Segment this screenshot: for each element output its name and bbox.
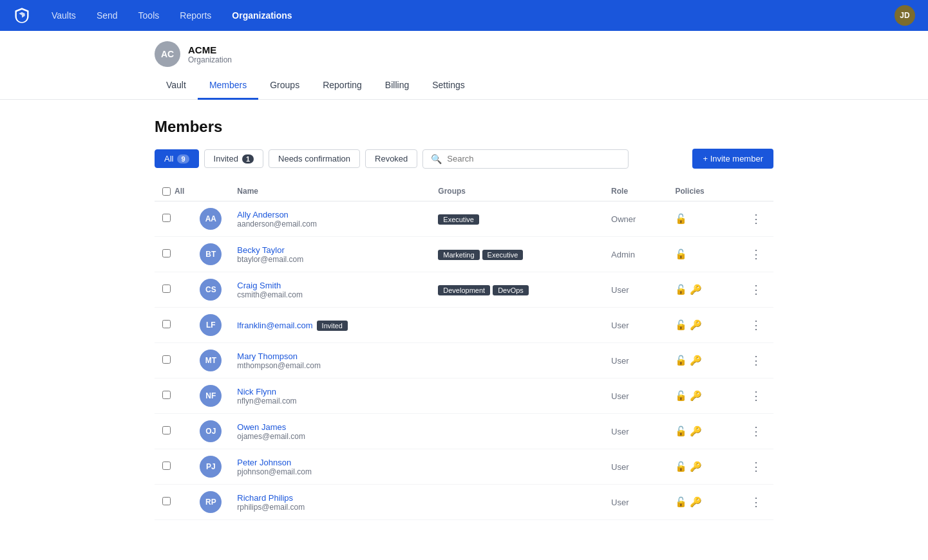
filter-needs-confirmation[interactable]: Needs confirmation: [269, 149, 360, 168]
tab-reporting[interactable]: Reporting: [311, 75, 374, 100]
table-row: RPRichard Philipsrphilips@email.comUser🔓…: [155, 485, 773, 520]
lock-icon: 🔓: [675, 355, 687, 366]
member-name[interactable]: Becky Taylor: [237, 245, 284, 255]
group-tag: DevOps: [493, 285, 529, 295]
filter-revoked-label: Revoked: [375, 154, 408, 163]
member-avatar: BT: [200, 243, 222, 265]
member-checkbox-4[interactable]: [162, 355, 171, 364]
tab-vault[interactable]: Vault: [155, 75, 198, 100]
member-checkbox-2[interactable]: [162, 285, 171, 293]
member-name[interactable]: lfranklin@email.com: [237, 321, 312, 330]
member-checkbox-3[interactable]: [162, 320, 171, 328]
filter-revoked[interactable]: Revoked: [365, 149, 417, 168]
key-icon: 🔑: [690, 284, 702, 295]
key-icon: 🔑: [690, 390, 702, 402]
member-more-button[interactable]: ⋮: [746, 246, 766, 263]
bitwarden-logo-icon: [13, 6, 31, 24]
member-more-button[interactable]: ⋮: [746, 281, 766, 298]
member-name[interactable]: Owen James: [237, 422, 286, 432]
group-tag: Development: [438, 285, 490, 295]
member-role: User: [611, 462, 629, 472]
member-avatar: LF: [200, 314, 222, 336]
filter-invited-badge: 1: [242, 154, 254, 163]
member-email: pjohnson@email.com: [237, 467, 422, 476]
key-icon: 🔑: [690, 319, 702, 331]
table-row: LFlfranklin@email.comInvitedUser🔓🔑⋮: [155, 308, 773, 343]
user-avatar[interactable]: JD: [895, 5, 915, 26]
group-tag: Executive: [438, 214, 479, 225]
lock-icon: 🔓: [675, 425, 687, 437]
member-avatar: NF: [200, 385, 222, 407]
member-email: mthompson@email.com: [237, 361, 422, 370]
org-tabs: Vault Members Groups Reporting Billing S…: [155, 75, 773, 99]
member-more-button[interactable]: ⋮: [746, 210, 766, 227]
member-more-button[interactable]: ⋮: [746, 494, 766, 510]
nav-organizations[interactable]: Organizations: [224, 6, 299, 24]
key-icon: 🔑: [690, 496, 702, 508]
member-checkbox-1[interactable]: [162, 249, 171, 257]
table-row: OJOwen Jamesojames@email.comUser🔓🔑⋮: [155, 414, 773, 449]
member-more-button[interactable]: ⋮: [746, 458, 766, 475]
key-icon: 🔑: [690, 355, 702, 366]
member-checkbox-5[interactable]: [162, 391, 171, 399]
filter-invited[interactable]: Invited 1: [204, 149, 263, 168]
member-email: ojames@email.com: [237, 432, 422, 441]
member-role: User: [611, 391, 629, 401]
table-row: BTBecky Taylorbtaylor@email.comMarketing…: [155, 237, 773, 272]
group-tag: Executive: [482, 250, 524, 260]
lock-icon: 🔓: [675, 461, 687, 472]
filter-all[interactable]: All 9: [155, 149, 199, 168]
groups-column-header: Groups: [430, 182, 603, 201]
filter-all-badge: 9: [177, 154, 189, 163]
name-column-header: Name: [229, 182, 430, 201]
nav-tools[interactable]: Tools: [131, 6, 167, 24]
org-header: AC ACME Organization Vault Members Group…: [0, 31, 928, 100]
member-checkbox-8[interactable]: [162, 497, 171, 505]
member-avatar: MT: [200, 350, 222, 371]
member-checkbox-7[interactable]: [162, 462, 171, 470]
top-navigation: Vaults Send Tools Reports Organizations …: [0, 0, 928, 31]
member-more-button[interactable]: ⋮: [746, 352, 766, 369]
member-checkbox-6[interactable]: [162, 426, 171, 434]
table-row: PJPeter Johnsonpjohnson@email.comUser🔓🔑⋮: [155, 449, 773, 485]
select-all-checkbox[interactable]: [162, 187, 171, 196]
tab-groups[interactable]: Groups: [258, 75, 311, 100]
lock-icon: 🔓: [675, 319, 687, 331]
member-avatar: CS: [200, 279, 222, 301]
member-role: User: [611, 427, 629, 436]
table-row: NFNick Flynnnflyn@email.comUser🔓🔑⋮: [155, 378, 773, 414]
member-more-button[interactable]: ⋮: [746, 317, 766, 333]
tab-settings[interactable]: Settings: [421, 75, 477, 100]
org-avatar: AC: [155, 41, 180, 67]
group-tag: Marketing: [438, 250, 479, 260]
filter-needs-confirmation-label: Needs confirmation: [278, 154, 350, 163]
lock-icon: 🔓: [675, 248, 687, 260]
member-name[interactable]: Peter Johnson: [237, 458, 291, 467]
filter-bar: All 9 Invited 1 Needs confirmation Revok…: [155, 149, 773, 169]
member-email: rphilips@email.com: [237, 503, 422, 512]
nav-send[interactable]: Send: [89, 6, 126, 24]
tab-members[interactable]: Members: [198, 75, 258, 100]
member-avatar: OJ: [200, 420, 222, 442]
search-wrapper: 🔍: [422, 149, 629, 169]
member-more-button[interactable]: ⋮: [746, 387, 766, 404]
member-name[interactable]: Craig Smith: [237, 281, 281, 290]
member-more-button[interactable]: ⋮: [746, 423, 766, 440]
member-name[interactable]: Mary Thompson: [237, 351, 298, 361]
member-checkbox-0[interactable]: [162, 214, 171, 222]
org-name: ACME: [188, 44, 232, 55]
nav-reports[interactable]: Reports: [172, 6, 219, 24]
nav-vaults[interactable]: Vaults: [44, 6, 84, 24]
role-column-header: Role: [603, 182, 667, 201]
invite-member-button[interactable]: + Invite member: [692, 149, 773, 169]
member-name[interactable]: Ally Anderson: [237, 210, 289, 219]
search-input[interactable]: [447, 154, 620, 163]
member-email: aanderson@email.com: [237, 219, 422, 229]
tab-billing[interactable]: Billing: [374, 75, 421, 100]
key-icon: 🔑: [690, 461, 702, 472]
all-column-label: All: [175, 187, 184, 196]
member-role: User: [611, 498, 629, 507]
member-avatar: AA: [200, 208, 222, 230]
member-name[interactable]: Nick Flynn: [237, 387, 276, 397]
member-name[interactable]: Richard Philips: [237, 493, 293, 503]
